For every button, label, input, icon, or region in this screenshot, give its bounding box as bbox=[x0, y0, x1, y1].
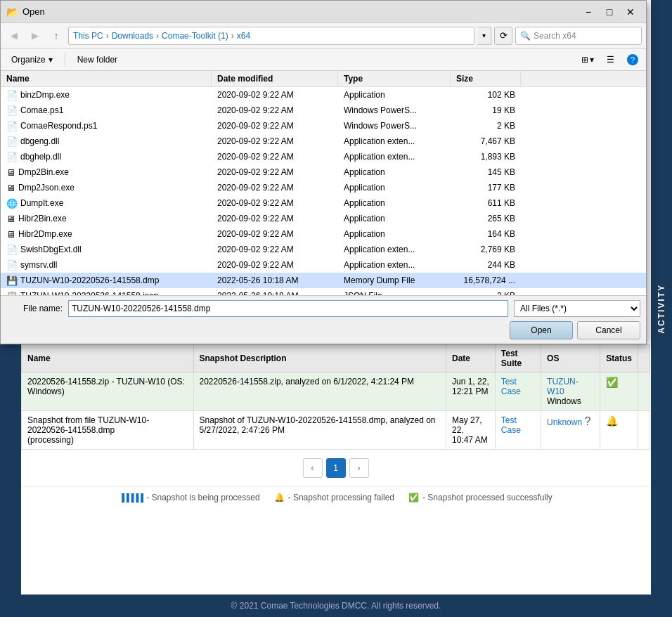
legend-failed: 🔔 - Snapshot processing failed bbox=[274, 493, 394, 502]
row2-suite[interactable]: Test Case bbox=[495, 411, 541, 450]
file-name-cell: 📄 Comae.ps1 bbox=[1, 104, 212, 117]
address-path[interactable]: This PC › Downloads › Comae-Toolkit (1) … bbox=[68, 27, 474, 45]
snapshots-table: Name Snapshot Description Date Test Suit… bbox=[21, 344, 650, 450]
file-date-cell: 2020-09-02 9:22 AM bbox=[212, 197, 338, 209]
file-date-cell: 2020-09-02 9:22 AM bbox=[212, 104, 338, 117]
view-icon: ⊞ bbox=[581, 55, 588, 65]
help-button[interactable]: ? bbox=[623, 51, 642, 68]
col-header-name[interactable]: Name bbox=[22, 345, 194, 372]
back-button[interactable]: ◀ bbox=[5, 27, 23, 45]
file-type-icon: 🖥 bbox=[6, 167, 15, 178]
maximize-button[interactable]: □ bbox=[600, 4, 619, 20]
file-date-cell: 2020-09-02 9:22 AM bbox=[212, 150, 338, 163]
file-row[interactable]: 🌐 DumpIt.exe 2020-09-02 9:22 AM Applicat… bbox=[1, 195, 646, 211]
toolbar-separator bbox=[65, 53, 65, 67]
col-header-status[interactable]: Status bbox=[600, 345, 638, 372]
row1-date: Jun 1, 22,12:21 PM bbox=[446, 372, 496, 411]
file-row[interactable]: 📄 Comae.ps1 2020-09-02 9:22 AM Windows P… bbox=[1, 103, 646, 118]
filetype-select[interactable]: All Files (*.*) bbox=[514, 300, 640, 317]
file-size-cell: 7,467 KB bbox=[451, 135, 521, 148]
path-x64[interactable]: x64 bbox=[237, 31, 250, 41]
file-row[interactable]: 📄 ComaeRespond.ps1 2020-09-02 9:22 AM Wi… bbox=[1, 118, 646, 134]
col-header-date[interactable]: Date bbox=[446, 345, 496, 372]
file-row[interactable]: 📄 dbgeng.dll 2020-09-02 9:22 AM Applicat… bbox=[1, 134, 646, 149]
file-type-icon: 📄 bbox=[6, 152, 18, 162]
search-box[interactable]: 🔍 Search x64 bbox=[515, 27, 642, 45]
success-icon: ✅ bbox=[408, 493, 419, 502]
activity-sidebar: ACTIVITY bbox=[651, 0, 672, 617]
forward-button[interactable]: ▶ bbox=[26, 27, 44, 45]
file-size-cell: 16,578,724 ... bbox=[451, 274, 521, 287]
file-row[interactable]: 📄 SwishDbgExt.dll 2020-09-02 9:22 AM App… bbox=[1, 242, 646, 257]
col-size-header[interactable]: Size bbox=[451, 71, 521, 86]
path-sep1: › bbox=[106, 31, 109, 41]
cancel-button[interactable]: Cancel bbox=[577, 321, 640, 339]
col-name-header[interactable]: Name bbox=[1, 71, 212, 86]
file-type-cell: Application exten... bbox=[338, 135, 451, 148]
file-type-cell: Application exten... bbox=[338, 259, 451, 271]
file-date-cell: 2020-09-02 9:22 AM bbox=[212, 259, 338, 271]
path-downloads[interactable]: Downloads bbox=[112, 31, 153, 41]
open-button[interactable]: Open bbox=[510, 321, 573, 339]
next-page-button[interactable]: › bbox=[349, 458, 369, 478]
path-toolkit[interactable]: Comae-Toolkit (1) bbox=[162, 31, 228, 41]
row2-status: 🔔 bbox=[600, 411, 638, 450]
file-row[interactable]: 📄 dbghelp.dll 2020-09-02 9:22 AM Applica… bbox=[1, 149, 646, 164]
file-name-cell: 📄 binzDmp.exe bbox=[1, 89, 212, 102]
file-type-cell: Application bbox=[338, 197, 451, 209]
file-size-cell: 611 KB bbox=[451, 197, 521, 209]
file-list[interactable]: Name Date modified Type Size 📄 binzDmp.e… bbox=[1, 71, 646, 295]
details-view-button[interactable]: ☰ bbox=[603, 51, 618, 68]
row1-status: ✅ bbox=[600, 372, 638, 411]
row1-os[interactable]: TUZUN-W10Windows bbox=[541, 372, 600, 411]
new-folder-button[interactable]: New folder bbox=[71, 51, 124, 68]
col-header-suite[interactable]: Test Suite bbox=[495, 345, 541, 372]
dialog-toolbar: Organize ▾ New folder ⊞ ▾ ☰ ? bbox=[1, 48, 646, 71]
refresh-button[interactable]: ⟳ bbox=[494, 27, 512, 45]
bottom-table-area: Name Snapshot Description Date Test Suit… bbox=[21, 344, 650, 508]
file-size-cell: 265 KB bbox=[451, 212, 521, 225]
row1-suite[interactable]: Test Case bbox=[495, 372, 541, 411]
organize-label: Organize bbox=[11, 55, 46, 65]
close-button[interactable]: ✕ bbox=[621, 4, 640, 20]
file-date-cell: 2020-09-02 9:22 AM bbox=[212, 243, 338, 256]
current-page-button[interactable]: 1 bbox=[326, 458, 346, 478]
file-row[interactable]: 📋 TUZUN-W10-20220526-141558.json 2022-05… bbox=[1, 288, 646, 295]
organize-dropdown-icon: ▾ bbox=[49, 55, 53, 65]
failed-icon: 🔔 bbox=[274, 493, 285, 502]
up-button[interactable]: ↑ bbox=[47, 27, 65, 45]
file-name-cell: 📄 symsrv.dll bbox=[1, 259, 212, 272]
dialog-bottom: File name: All Files (*.*) Open Cancel bbox=[1, 295, 646, 344]
file-list-header: Name Date modified Type Size bbox=[1, 71, 646, 87]
dialog-window-controls: − □ ✕ bbox=[579, 4, 640, 20]
file-name-cell: 📄 dbghelp.dll bbox=[1, 150, 212, 164]
col-header-actions bbox=[638, 345, 650, 372]
file-type-icon: 🌐 bbox=[6, 198, 18, 209]
file-row[interactable]: 💾 TUZUN-W10-20220526-141558.dmp 2022-05-… bbox=[1, 273, 646, 288]
col-date-header[interactable]: Date modified bbox=[212, 71, 338, 86]
file-date-cell: 2020-09-02 9:22 AM bbox=[212, 135, 338, 148]
path-thispc[interactable]: This PC bbox=[73, 31, 103, 41]
row2-desc: Snapshot of TUZUN-W10-20220526-141558.dm… bbox=[193, 411, 446, 450]
col-header-os[interactable]: OS bbox=[541, 345, 600, 372]
file-name-cell: 📄 dbgeng.dll bbox=[1, 135, 212, 148]
col-header-desc[interactable]: Snapshot Description bbox=[193, 345, 446, 372]
minimize-button[interactable]: − bbox=[579, 4, 598, 20]
file-row[interactable]: 📄 binzDmp.exe 2020-09-02 9:22 AM Applica… bbox=[1, 87, 646, 103]
file-row[interactable]: 📄 symsrv.dll 2020-09-02 9:22 AM Applicat… bbox=[1, 257, 646, 273]
file-row[interactable]: 🖥 Dmp2Bin.exe 2020-09-02 9:22 AM Applica… bbox=[1, 164, 646, 180]
col-type-header[interactable]: Type bbox=[338, 71, 451, 86]
file-row[interactable]: 🖥 Hibr2Dmp.exe 2020-09-02 9:22 AM Applic… bbox=[1, 226, 646, 242]
prev-page-button[interactable]: ‹ bbox=[303, 458, 323, 478]
filename-input[interactable] bbox=[68, 300, 508, 317]
row2-os[interactable]: Unknown ? bbox=[541, 411, 600, 450]
details-icon: ☰ bbox=[607, 55, 614, 65]
file-row[interactable]: 🖥 Dmp2Json.exe 2020-09-02 9:22 AM Applic… bbox=[1, 180, 646, 195]
organize-button[interactable]: Organize ▾ bbox=[5, 51, 59, 68]
file-date-cell: 2020-09-02 9:22 AM bbox=[212, 181, 338, 194]
view-options-button[interactable]: ⊞ ▾ bbox=[578, 51, 597, 68]
address-dropdown[interactable]: ▾ bbox=[477, 27, 491, 45]
view-dropdown-icon: ▾ bbox=[590, 55, 594, 65]
file-row[interactable]: 🖥 Hibr2Bin.exe 2020-09-02 9:22 AM Applic… bbox=[1, 211, 646, 226]
file-type-cell: Application bbox=[338, 181, 451, 194]
